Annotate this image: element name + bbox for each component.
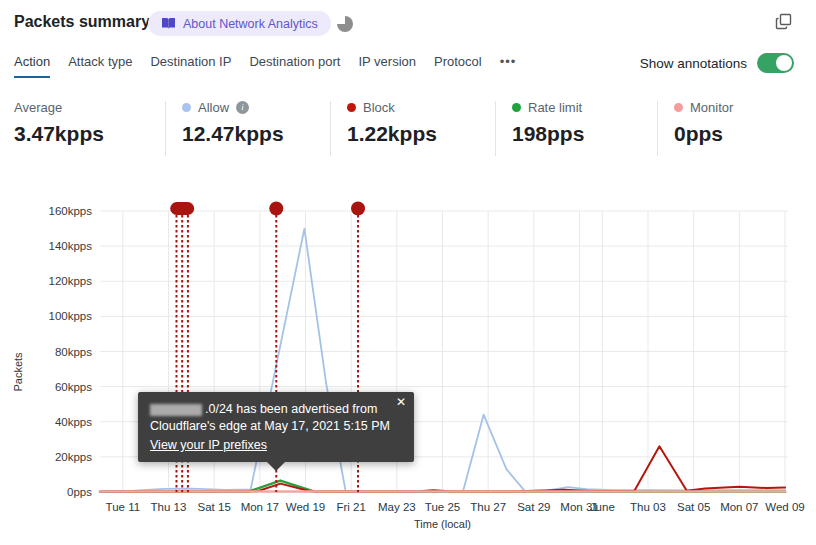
info-icon[interactable]: i xyxy=(236,101,249,114)
packets-summary-page: Packets summary About Network Analytics … xyxy=(0,0,816,545)
x-tick-label: Thu 13 xyxy=(151,501,187,513)
stat-label: Block xyxy=(363,100,395,115)
stat-separator xyxy=(657,101,658,156)
tooltip-line2: Cloudflare's edge at May 17, 2021 5:15 P… xyxy=(150,418,402,435)
stat-separator xyxy=(495,101,496,156)
stats-row: Average3.47kppsAllowi12.47kppsBlock1.22k… xyxy=(0,99,816,161)
stat-average: Average3.47kpps xyxy=(14,99,104,146)
y-tick-label: 40kpps xyxy=(55,416,92,428)
x-axis-title: Time (local) xyxy=(414,518,471,530)
legend-dot xyxy=(674,103,683,112)
stat-value: 198pps xyxy=(512,122,584,146)
show-annotations-control: Show annotations xyxy=(640,53,794,73)
x-tick-label: Sat 15 xyxy=(198,501,231,513)
tab-protocol[interactable]: Protocol xyxy=(434,54,482,76)
y-tick-label: 120kpps xyxy=(49,275,93,287)
x-tick-label: Mon 17 xyxy=(241,501,279,513)
book-icon xyxy=(161,17,176,30)
packets-chart: 0pps20kpps40kpps60kpps80kpps100kpps120kp… xyxy=(0,185,816,545)
tab-attack-type[interactable]: Attack type xyxy=(68,54,132,76)
stat-rate-limit: Rate limit198pps xyxy=(512,99,584,146)
tab-action[interactable]: Action xyxy=(14,54,50,78)
stat-label: Monitor xyxy=(690,100,733,115)
stat-label: Average xyxy=(14,100,62,115)
show-annotations-label: Show annotations xyxy=(640,56,747,71)
annotation-marker-dot[interactable] xyxy=(269,202,283,216)
stat-value: 1.22kpps xyxy=(347,122,437,146)
x-tick-label: Wed 19 xyxy=(286,501,325,513)
tooltip-line1: .0/24 has been advertised from xyxy=(150,401,402,418)
annotation-tooltip: ✕ .0/24 has been advertised from Cloudfl… xyxy=(138,392,414,462)
tab-ip-version[interactable]: IP version xyxy=(358,54,416,76)
x-tick-label: Tue 11 xyxy=(106,501,141,513)
legend-dot xyxy=(182,103,191,112)
show-annotations-toggle[interactable] xyxy=(757,53,794,73)
annotation-marker-dot[interactable] xyxy=(351,202,365,216)
y-tick-label: 140kpps xyxy=(49,240,93,252)
x-tick-label: Fri 21 xyxy=(336,501,365,513)
stat-value: 12.47kpps xyxy=(182,122,284,146)
y-tick-label: 20kpps xyxy=(55,451,92,463)
stat-value: 0pps xyxy=(674,122,733,146)
legend-dot xyxy=(347,103,356,112)
redacted-ip xyxy=(150,404,202,416)
x-tick-label: Thu 03 xyxy=(630,501,666,513)
x-tick-label: Wed 09 xyxy=(765,501,804,513)
copy-icon[interactable] xyxy=(775,13,792,30)
y-tick-label: 160kpps xyxy=(49,205,93,217)
tab-destination-ip[interactable]: Destination IP xyxy=(150,54,231,76)
badge-label: About Network Analytics xyxy=(183,17,318,31)
stat-separator xyxy=(165,101,166,156)
y-tick-label: 80kpps xyxy=(55,346,92,358)
y-axis-title: Packets xyxy=(12,352,24,392)
about-network-analytics-badge[interactable]: About Network Analytics xyxy=(148,11,331,36)
stat-block: Block1.22kpps xyxy=(347,99,437,146)
annotation-marker-pill[interactable] xyxy=(170,202,194,215)
x-tick-label: Tue 25 xyxy=(425,501,460,513)
stat-allow: Allowi12.47kpps xyxy=(182,99,284,146)
stat-separator xyxy=(330,101,331,156)
x-tick-label: Mon 07 xyxy=(720,501,758,513)
x-tick-label: June xyxy=(590,501,615,513)
legend-dot xyxy=(512,103,521,112)
pie-chart-icon[interactable] xyxy=(337,16,353,32)
tab-destination-port[interactable]: Destination port xyxy=(249,54,340,76)
x-tick-label: Sat 29 xyxy=(517,501,550,513)
page-title: Packets summary xyxy=(14,13,150,31)
tooltip-arrow xyxy=(266,461,286,471)
y-tick-label: 0pps xyxy=(67,486,92,498)
stat-label: Rate limit xyxy=(528,100,582,115)
stat-label: Allow xyxy=(198,100,229,115)
x-tick-label: May 23 xyxy=(378,501,416,513)
view-ip-prefixes-link[interactable]: View your IP prefixes xyxy=(150,437,267,454)
y-tick-label: 100kpps xyxy=(49,310,93,322)
toggle-knob xyxy=(776,55,792,71)
close-icon[interactable]: ✕ xyxy=(396,396,406,408)
y-tick-label: 60kpps xyxy=(55,381,92,393)
tabs-more-button[interactable]: ••• xyxy=(500,54,517,76)
x-tick-label: Thu 27 xyxy=(470,501,506,513)
tab-bar: ActionAttack typeDestination IPDestinati… xyxy=(14,54,516,78)
stat-monitor: Monitor0pps xyxy=(674,99,733,146)
stat-value: 3.47kpps xyxy=(14,122,104,146)
x-tick-label: Sat 05 xyxy=(677,501,710,513)
